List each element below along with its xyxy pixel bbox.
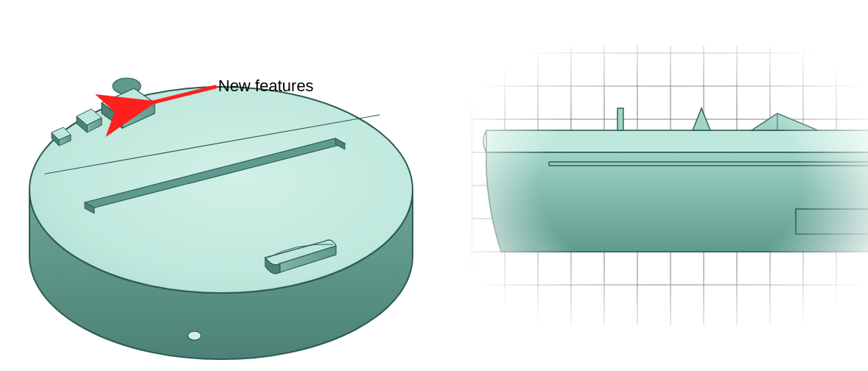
vignette (472, 46, 868, 325)
side-hole (188, 331, 201, 340)
annotation-label: New features (218, 77, 314, 96)
iso-view (0, 0, 457, 371)
front-view (472, 46, 868, 325)
figure-root: New features (0, 0, 868, 371)
